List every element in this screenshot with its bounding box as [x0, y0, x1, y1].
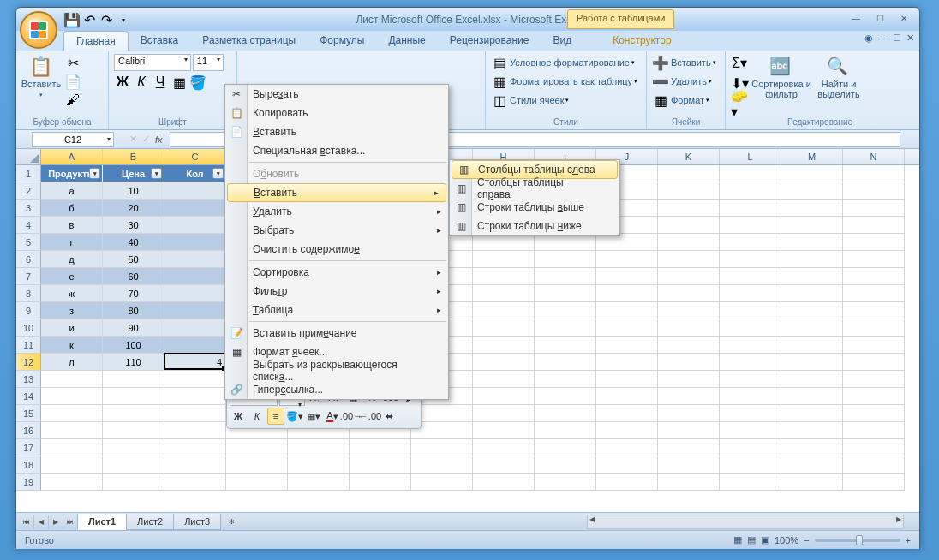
- save-icon[interactable]: 💾: [64, 12, 80, 27]
- context-menu-item[interactable]: Выбрать: [225, 221, 448, 240]
- cell[interactable]: [781, 217, 843, 234]
- cell[interactable]: [843, 474, 905, 491]
- cell[interactable]: [411, 456, 473, 474]
- submenu-item[interactable]: ▥Столбцы таблицы справа: [450, 179, 619, 198]
- cell[interactable]: [658, 422, 720, 439]
- cell[interactable]: [720, 319, 781, 337]
- cell[interactable]: [781, 337, 843, 354]
- font-name-select[interactable]: Calibri: [114, 54, 191, 71]
- cell[interactable]: [226, 456, 288, 474]
- table-cell[interactable]: к: [41, 337, 103, 354]
- row-header-9[interactable]: 9: [16, 302, 41, 319]
- row-header-4[interactable]: 4: [16, 217, 41, 234]
- format-as-table-button[interactable]: ▦Форматировать как таблицу▾: [491, 73, 637, 90]
- cell[interactable]: [781, 422, 843, 439]
- cell[interactable]: [781, 302, 843, 319]
- sheet-tab[interactable]: Лист3: [173, 514, 221, 530]
- cell[interactable]: [781, 200, 843, 217]
- cell[interactable]: [843, 337, 905, 354]
- cell[interactable]: [658, 337, 720, 354]
- cell[interactable]: [473, 251, 535, 268]
- font-size-select[interactable]: 11: [193, 54, 224, 71]
- col-header-K[interactable]: K: [658, 149, 720, 164]
- row-header-1[interactable]: 1: [16, 165, 41, 182]
- cell[interactable]: [781, 251, 843, 268]
- cell[interactable]: [658, 371, 720, 388]
- context-menu-item[interactable]: 🔗Гиперссылка...: [225, 380, 448, 399]
- cell[interactable]: [596, 371, 658, 388]
- horizontal-scrollbar[interactable]: ◀▶: [587, 515, 904, 529]
- cell[interactable]: [781, 456, 843, 474]
- cell[interactable]: [781, 165, 843, 182]
- cut-icon[interactable]: ✂: [64, 54, 81, 71]
- row-header-16[interactable]: 16: [16, 422, 41, 439]
- table-cell[interactable]: [164, 251, 226, 268]
- context-menu-item[interactable]: ✂Вырезать: [225, 85, 448, 104]
- sheet-nav-next[interactable]: ▶: [49, 515, 63, 529]
- cell[interactable]: [596, 234, 658, 251]
- mini-dec-decimal-icon[interactable]: .00→: [343, 408, 360, 425]
- submenu-item[interactable]: ▥Строки таблицы выше: [450, 198, 619, 217]
- cell[interactable]: [288, 474, 350, 491]
- doc-close-button[interactable]: ✕: [906, 33, 914, 44]
- context-menu-item[interactable]: Очистить содержимое: [225, 240, 448, 259]
- cell[interactable]: [720, 337, 781, 354]
- zoom-out-button[interactable]: −: [804, 535, 809, 545]
- row-header-11[interactable]: 11: [16, 337, 41, 354]
- cell[interactable]: [843, 285, 905, 302]
- mini-border-icon[interactable]: ▦▾: [305, 408, 322, 425]
- cell[interactable]: [658, 474, 720, 491]
- cell[interactable]: [720, 234, 781, 251]
- row-header-14[interactable]: 14: [16, 388, 41, 405]
- cell[interactable]: [596, 474, 658, 491]
- cell[interactable]: [164, 371, 226, 388]
- cell[interactable]: [781, 319, 843, 337]
- sort-filter-button[interactable]: 🔤 Сортировка и фильтр: [751, 54, 811, 99]
- cell[interactable]: [781, 182, 843, 200]
- cell[interactable]: [411, 439, 473, 456]
- cell[interactable]: [535, 268, 596, 285]
- table-cell[interactable]: б: [41, 200, 103, 217]
- undo-icon[interactable]: ↶: [81, 12, 97, 27]
- cell[interactable]: [720, 217, 781, 234]
- cell[interactable]: [473, 319, 535, 337]
- cell[interactable]: [781, 388, 843, 405]
- mini-merge-icon[interactable]: ⬌: [380, 408, 398, 425]
- cell[interactable]: [288, 456, 350, 474]
- table-cell[interactable]: и: [41, 319, 103, 337]
- cell[interactable]: [720, 165, 781, 182]
- view-pagebreak-icon[interactable]: ▣: [761, 534, 769, 545]
- delete-cells-button[interactable]: ➖Удалить▾: [652, 73, 712, 90]
- cell[interactable]: [843, 456, 905, 474]
- cell[interactable]: [473, 234, 535, 251]
- cell[interactable]: [41, 388, 103, 405]
- cell[interactable]: [473, 371, 535, 388]
- zoom-slider[interactable]: [815, 539, 900, 542]
- enter-formula-icon[interactable]: ✓: [142, 134, 150, 145]
- cell[interactable]: [720, 302, 781, 319]
- cell[interactable]: [596, 456, 658, 474]
- row-header-2[interactable]: 2: [16, 182, 41, 200]
- context-menu-item[interactable]: Сортировка: [225, 263, 448, 282]
- cell[interactable]: [473, 354, 535, 371]
- cell[interactable]: [473, 337, 535, 354]
- close-button[interactable]: ✕: [894, 11, 914, 25]
- table-cell[interactable]: [164, 268, 226, 285]
- cell[interactable]: [473, 268, 535, 285]
- mini-fill-icon[interactable]: 🪣▾: [286, 408, 303, 425]
- cell[interactable]: [843, 405, 905, 422]
- table-cell[interactable]: ж: [41, 285, 103, 302]
- cell[interactable]: [781, 474, 843, 491]
- cell[interactable]: [843, 268, 905, 285]
- mini-font-color-icon[interactable]: A▾: [324, 408, 341, 425]
- name-box[interactable]: C12: [32, 132, 114, 147]
- col-header-A[interactable]: A: [41, 149, 103, 164]
- cell[interactable]: [720, 474, 781, 491]
- table-cell[interactable]: [164, 337, 226, 354]
- table-cell[interactable]: 80: [103, 302, 164, 319]
- filter-dropdown-icon[interactable]: ▾: [151, 168, 162, 179]
- cell[interactable]: [596, 422, 658, 439]
- cell[interactable]: [720, 354, 781, 371]
- sheet-nav-prev[interactable]: ◀: [34, 515, 49, 529]
- context-menu-item[interactable]: Специальная вставка...: [225, 141, 448, 160]
